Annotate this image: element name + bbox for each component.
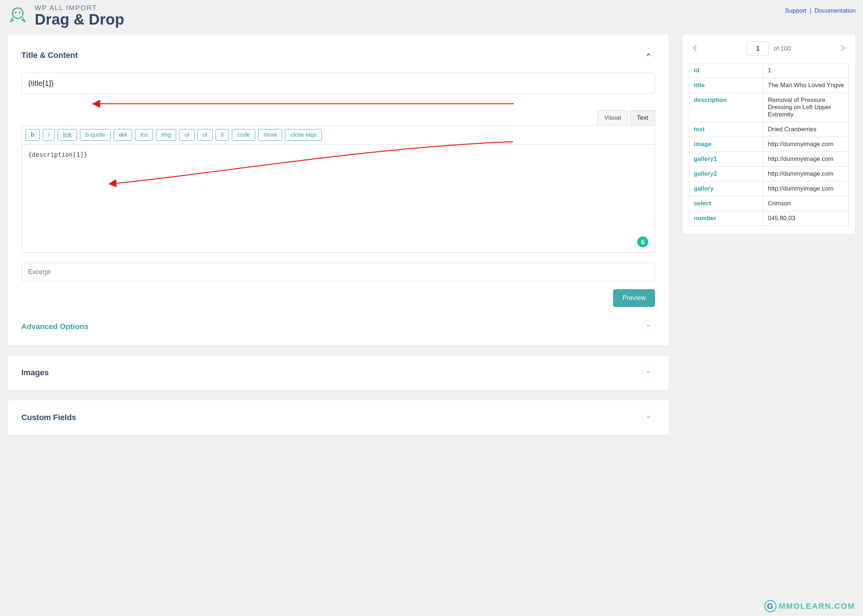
toolbar-code-button[interactable]: code bbox=[232, 129, 255, 141]
collapse-toggle-custom-fields[interactable] bbox=[642, 411, 655, 424]
chevron-right-icon bbox=[839, 43, 846, 55]
table-row[interactable]: galleryhttp://dummyimage.com bbox=[690, 181, 849, 196]
chevron-up-icon bbox=[646, 52, 651, 59]
table-row[interactable]: imagehttp://dummyimage.com bbox=[690, 137, 849, 152]
field-key: select bbox=[690, 196, 764, 211]
prev-record-button[interactable] bbox=[689, 42, 701, 55]
toolbar-more-button[interactable]: more bbox=[258, 129, 282, 141]
editor-toolbar: b i link b-quote del ins img ul ol li co… bbox=[21, 125, 655, 144]
app-header: WP ALL IMPORT Drag & Drop Support | Docu… bbox=[7, 4, 856, 27]
field-key: description bbox=[690, 93, 764, 122]
table-row[interactable]: gallery2http://dummyimage.com bbox=[690, 167, 849, 181]
field-value: Removal of Pressure Dressing on Left Upp… bbox=[764, 93, 849, 122]
field-key: gallery1 bbox=[690, 152, 764, 167]
field-key: title bbox=[690, 78, 764, 93]
section-custom-fields-label: Custom Fields bbox=[21, 413, 76, 422]
table-row[interactable]: textDried Cranberries bbox=[690, 122, 849, 137]
field-key: id bbox=[690, 63, 764, 78]
title-content-card: Title & Content Visual Text b bbox=[7, 34, 669, 346]
custom-fields-card: Custom Fields bbox=[7, 400, 669, 435]
editor-content: {description[1]} bbox=[28, 151, 88, 158]
page-title: Drag & Drop bbox=[35, 11, 124, 27]
grammarly-icon[interactable]: G bbox=[637, 236, 648, 247]
title-input[interactable] bbox=[21, 73, 655, 94]
record-page-input[interactable] bbox=[747, 42, 769, 56]
field-value: Crimson bbox=[764, 196, 849, 211]
toolbar-li-button[interactable]: li bbox=[216, 129, 229, 141]
tab-visual[interactable]: Visual bbox=[597, 110, 628, 125]
field-value: http://dummyimage.com bbox=[764, 181, 849, 196]
toolbar-close-tags-button[interactable]: close tags bbox=[285, 129, 322, 141]
table-row[interactable]: descriptionRemoval of Pressure Dressing … bbox=[690, 93, 849, 122]
tab-text[interactable]: Text bbox=[630, 110, 655, 125]
chevron-down-icon bbox=[646, 323, 651, 330]
documentation-link[interactable]: Documentation bbox=[814, 7, 856, 14]
toolbar-del-button[interactable]: del bbox=[113, 129, 132, 141]
field-value: 1 bbox=[764, 63, 849, 78]
editor-textarea[interactable]: {description[1]} G bbox=[21, 144, 655, 253]
field-key: image bbox=[690, 137, 764, 152]
excerpt-input[interactable] bbox=[21, 263, 655, 281]
advanced-options-label[interactable]: Advanced Options bbox=[21, 322, 88, 331]
section-title-content: Title & Content bbox=[21, 50, 78, 60]
link-separator: | bbox=[808, 7, 813, 14]
brand: WP ALL IMPORT Drag & Drop bbox=[7, 4, 124, 27]
content-editor: Visual Text b i link b-quote del ins img… bbox=[21, 110, 655, 253]
record-preview-panel: of 100 id1titleThe Man Who Loved Yngvede… bbox=[682, 34, 856, 234]
next-record-button[interactable] bbox=[836, 42, 849, 55]
svg-point-0 bbox=[13, 8, 23, 19]
support-link[interactable]: Support bbox=[785, 7, 806, 14]
header-links: Support | Documentation bbox=[785, 4, 856, 14]
toolbar-italic-button[interactable]: i bbox=[43, 129, 55, 141]
record-count-text: of 100 bbox=[774, 45, 791, 52]
field-key: number bbox=[690, 211, 764, 226]
field-value: http://dummyimage.com bbox=[764, 152, 849, 167]
toolbar-img-button[interactable]: img bbox=[156, 129, 176, 141]
table-row[interactable]: id1 bbox=[690, 63, 849, 78]
chevron-down-icon bbox=[646, 369, 651, 376]
svg-point-1 bbox=[15, 12, 16, 13]
toolbar-bold-button[interactable]: b bbox=[25, 129, 40, 141]
field-value: 045,80,03 bbox=[764, 211, 849, 226]
toolbar-blockquote-button[interactable]: b-quote bbox=[80, 129, 110, 141]
brand-eyebrow: WP ALL IMPORT bbox=[35, 4, 124, 11]
field-key: text bbox=[690, 122, 764, 137]
record-fields-table: id1titleThe Man Who Loved Yngvedescripti… bbox=[689, 63, 849, 226]
app-logo-icon bbox=[7, 5, 28, 27]
toolbar-ol-button[interactable]: ol bbox=[197, 129, 213, 141]
field-value: http://dummyimage.com bbox=[764, 167, 849, 181]
table-row[interactable]: gallery1http://dummyimage.com bbox=[690, 152, 849, 167]
field-key: gallery bbox=[690, 181, 764, 196]
toolbar-link-button[interactable]: link bbox=[58, 129, 77, 141]
toolbar-ins-button[interactable]: ins bbox=[135, 129, 153, 141]
preview-button[interactable]: Preview bbox=[613, 289, 655, 307]
chevron-left-icon bbox=[691, 43, 699, 55]
toolbar-ul-button[interactable]: ul bbox=[179, 129, 194, 141]
section-images-label: Images bbox=[21, 368, 49, 377]
chevron-down-icon bbox=[646, 414, 651, 421]
table-row[interactable]: titleThe Man Who Loved Yngve bbox=[690, 78, 849, 93]
table-row[interactable]: selectCrimson bbox=[690, 196, 849, 211]
svg-point-2 bbox=[19, 12, 20, 13]
field-value: Dried Cranberries bbox=[764, 122, 849, 137]
images-card: Images bbox=[7, 355, 669, 390]
collapse-toggle-images[interactable] bbox=[642, 366, 655, 379]
collapse-toggle-title-content[interactable] bbox=[642, 49, 655, 62]
field-value: The Man Who Loved Yngve bbox=[764, 78, 849, 93]
collapse-toggle-advanced[interactable] bbox=[642, 320, 655, 333]
table-row[interactable]: number045,80,03 bbox=[690, 211, 849, 226]
field-value: http://dummyimage.com bbox=[764, 137, 849, 152]
field-key: gallery2 bbox=[690, 167, 764, 181]
